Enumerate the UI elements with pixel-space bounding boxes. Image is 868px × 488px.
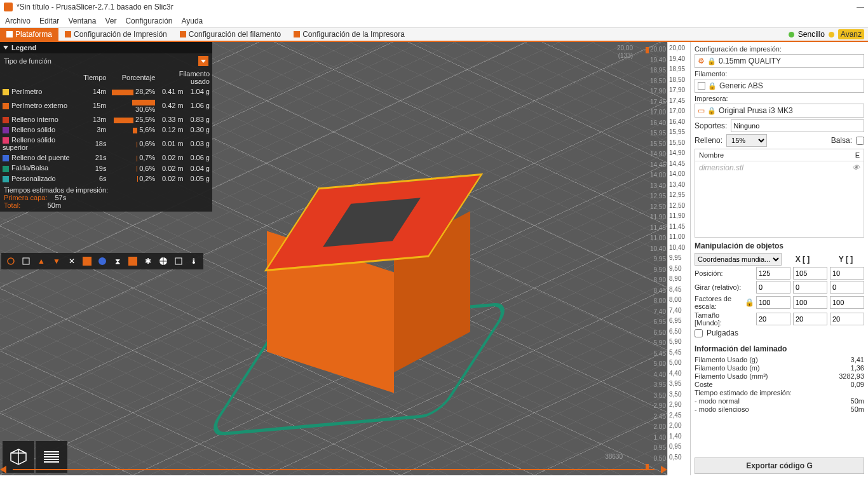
mode-simple[interactable]: Sencillo bbox=[798, 30, 825, 39]
legend-row[interactable]: Falda/Balsa19s 0,6%0.02 m0.04 g bbox=[0, 163, 212, 173]
legend-row[interactable]: Relleno interno13m 25,5%0.33 m0.83 g bbox=[0, 114, 212, 125]
menu-ver[interactable]: Ver bbox=[105, 17, 116, 25]
export-gcode-button[interactable]: Exportar código G bbox=[695, 458, 864, 474]
menu-ayuda[interactable]: Ayuda bbox=[181, 17, 203, 25]
filament-label: Filamento: bbox=[695, 70, 864, 78]
object-list[interactable]: NombreE dimension.stl👁 bbox=[695, 149, 864, 238]
legend-row[interactable]: Relleno sólido superior18s 0,6%0.01 m0.0… bbox=[0, 135, 212, 152]
tab-config-impresora[interactable]: Configuración de la Impresora bbox=[287, 28, 411, 41]
lock-icon: 🔒 bbox=[707, 107, 716, 115]
tool-icon-2[interactable] bbox=[81, 255, 93, 267]
list-item: dimension.stl👁 bbox=[695, 161, 864, 174]
supports-label: Soportes: bbox=[695, 121, 727, 130]
print-config-select[interactable]: ⚙🔒0.15mm QUALITY bbox=[695, 54, 864, 68]
tab-config-filamento[interactable]: Configuración del filamento bbox=[173, 28, 287, 41]
thermometer-icon[interactable]: 🌡 bbox=[188, 255, 200, 267]
menu-ventana[interactable]: Ventana bbox=[68, 17, 96, 25]
model-cube[interactable] bbox=[267, 194, 445, 372]
legend-row[interactable]: Relleno sólido3m 5,6%0.12 m0.30 g bbox=[0, 125, 212, 135]
printer-label: Impresora: bbox=[695, 95, 864, 102]
size-x[interactable] bbox=[756, 313, 790, 325]
tabbar: Plataforma Configuración de Impresión Co… bbox=[0, 28, 868, 42]
svg-rect-4 bbox=[128, 257, 137, 266]
layers-up-icon[interactable]: ▲ bbox=[36, 255, 47, 267]
raft-label: Balsa: bbox=[831, 136, 852, 145]
layer-slider[interactable]: 20,0019,4018,9518,5017,9017,4517,0016,40… bbox=[646, 42, 667, 475]
rot-y[interactable] bbox=[793, 281, 827, 294]
menu-archivo[interactable]: Archivo bbox=[5, 17, 31, 25]
legend-table: TiempoPorcentajeFilamento usado Perímetr… bbox=[0, 69, 212, 184]
hslider-handle-left[interactable] bbox=[0, 466, 6, 473]
svg-point-0 bbox=[8, 258, 14, 264]
hourglass-icon[interactable]: ⧗ bbox=[112, 255, 123, 267]
legend-title[interactable]: Legend bbox=[11, 44, 36, 51]
pos-z[interactable] bbox=[830, 267, 864, 280]
lock-icon: 🔒 bbox=[707, 57, 716, 65]
tool-icon-3[interactable] bbox=[127, 255, 139, 267]
legend-dropdown[interactable] bbox=[198, 56, 208, 66]
wireframe-icon[interactable] bbox=[173, 255, 184, 267]
printer-select[interactable]: ▭🔒Original Prusa i3 MK3 bbox=[695, 104, 864, 118]
fan-icon[interactable]: ✱ bbox=[142, 255, 154, 267]
titlebar: *Sin título - PrusaSlicer-2.7.1 basado e… bbox=[0, 0, 868, 14]
center-icon[interactable] bbox=[158, 255, 169, 267]
manip-title: Manipulación de objetos bbox=[695, 241, 864, 250]
layers-down-icon[interactable]: ▼ bbox=[51, 255, 62, 267]
mode-adv-dot bbox=[829, 32, 834, 37]
supports-select[interactable] bbox=[731, 119, 864, 132]
raft-checkbox[interactable] bbox=[856, 137, 864, 145]
ann-top2: (133) bbox=[618, 52, 633, 59]
inches-checkbox[interactable] bbox=[695, 329, 703, 337]
hslider-handle-right[interactable] bbox=[661, 466, 667, 473]
svg-rect-6 bbox=[175, 258, 182, 264]
svg-rect-1 bbox=[23, 258, 29, 264]
infill-label: Relleno: bbox=[695, 136, 722, 145]
mode-advanced[interactable]: Avanz bbox=[838, 29, 864, 39]
filament-select[interactable]: 🔒Generic ABS bbox=[695, 79, 864, 93]
view-icon-1[interactable] bbox=[5, 255, 17, 267]
slider-handle-top[interactable] bbox=[646, 47, 649, 53]
color-icon[interactable] bbox=[97, 255, 108, 267]
lock-icon: 🔒 bbox=[745, 298, 754, 307]
legend-panel: Legend Tipo de función TiempoPorcentajeF… bbox=[0, 42, 212, 212]
object-manipulation: Manipulación de objetos Coordenadas mund… bbox=[691, 239, 868, 342]
visibility-icon[interactable]: 👁 bbox=[852, 163, 860, 172]
legend-row[interactable]: Relleno del puente21s 0,7%0.02 m0.06 g bbox=[0, 152, 212, 163]
tool-icon-1[interactable]: ✕ bbox=[66, 255, 78, 267]
legend-row[interactable]: Perímetro externo15m 30,6%0.42 m1.06 g bbox=[0, 97, 212, 114]
app-icon bbox=[4, 3, 13, 11]
coord-system-select[interactable]: Coordenadas mundia... bbox=[695, 253, 782, 266]
window-title: *Sin título - PrusaSlicer-2.7.1 basado e… bbox=[17, 3, 173, 11]
legend-est-label: Tiempos estimados de impresión: bbox=[4, 186, 208, 194]
legend-row[interactable]: Personalizado6s 0,2%0.02 m0.05 g bbox=[0, 173, 212, 184]
ann-top: 20,00 bbox=[617, 44, 633, 51]
tab-config-impresion[interactable]: Configuración de Impresión bbox=[58, 28, 173, 41]
horizontal-slider[interactable] bbox=[0, 464, 667, 475]
rot-z[interactable] bbox=[830, 281, 864, 294]
slice-info: Información del laminado Filamento Usado… bbox=[691, 342, 868, 416]
minimize-button[interactable]: — bbox=[857, 3, 864, 11]
ann-br: 38630 bbox=[605, 453, 623, 460]
scale-z[interactable] bbox=[830, 296, 864, 309]
menubar: Archivo Editar Ventana Ver Configuración… bbox=[0, 14, 868, 28]
legend-row[interactable]: Perímetro14m 28,2%0.41 m1.04 g bbox=[0, 86, 212, 97]
pos-x[interactable] bbox=[756, 267, 790, 280]
svg-rect-2 bbox=[83, 257, 92, 266]
size-z[interactable] bbox=[830, 313, 864, 325]
pos-y[interactable] bbox=[793, 267, 827, 280]
infill-select[interactable]: 15% bbox=[726, 134, 767, 147]
scale-y[interactable] bbox=[793, 296, 827, 309]
print-config-label: Configuración de impresión: bbox=[695, 45, 864, 53]
legend-feature-type: Tipo de función bbox=[4, 57, 51, 65]
info-title: Información del laminado bbox=[695, 344, 864, 353]
view-toolbar: ▲ ▼ ✕ ⧗ ✱ 🌡 bbox=[1, 253, 203, 269]
scale-x[interactable] bbox=[756, 296, 790, 309]
menu-configuracion[interactable]: Configuración bbox=[125, 17, 172, 25]
rot-x[interactable] bbox=[756, 281, 790, 294]
viewport-3d[interactable]: Legend Tipo de función TiempoPorcentajeF… bbox=[0, 42, 667, 475]
z-ruler: 20,0019,4018,9518,5017,9017,4517,0016,40… bbox=[667, 42, 690, 475]
view-icon-2[interactable] bbox=[20, 255, 32, 267]
menu-editar[interactable]: Editar bbox=[39, 17, 59, 25]
size-y[interactable] bbox=[793, 313, 827, 325]
tab-plataforma[interactable]: Plataforma bbox=[0, 28, 58, 41]
